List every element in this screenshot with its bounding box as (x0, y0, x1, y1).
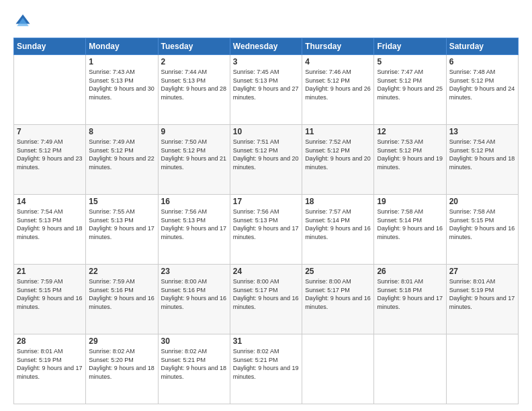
day-info: Sunrise: 8:02 AMSunset: 5:21 PMDaylight:… (161, 347, 227, 381)
day-info: Sunrise: 7:54 AMSunset: 5:13 PMDaylight:… (17, 208, 83, 241)
header (13, 12, 519, 31)
day-header-wednesday: Wednesday (230, 38, 302, 55)
day-number: 17 (233, 197, 299, 206)
day-number: 3 (233, 57, 299, 66)
day-number: 4 (305, 57, 371, 66)
day-info: Sunrise: 7:53 AMSunset: 5:12 PMDaylight:… (377, 138, 443, 171)
day-number: 16 (161, 197, 227, 206)
day-info: Sunrise: 7:59 AMSunset: 5:16 PMDaylight:… (89, 277, 154, 311)
day-info: Sunrise: 8:00 AMSunset: 5:17 PMDaylight:… (305, 277, 371, 311)
calendar-cell (14, 55, 86, 125)
calendar-cell: 22Sunrise: 7:59 AMSunset: 5:16 PMDayligh… (86, 265, 158, 334)
calendar-cell: 27Sunrise: 8:01 AMSunset: 5:19 PMDayligh… (446, 265, 518, 334)
day-number: 28 (17, 336, 83, 346)
day-info: Sunrise: 8:02 AMSunset: 5:21 PMDaylight:… (233, 347, 299, 381)
day-info: Sunrise: 7:52 AMSunset: 5:12 PMDaylight:… (305, 138, 371, 171)
calendar-cell: 17Sunrise: 7:56 AMSunset: 5:13 PMDayligh… (230, 195, 302, 265)
calendar-cell: 2Sunrise: 7:44 AMSunset: 5:13 PMDaylight… (158, 55, 230, 125)
day-number: 5 (377, 57, 443, 66)
day-number: 8 (89, 127, 154, 136)
calendar-week-row: 7Sunrise: 7:49 AMSunset: 5:12 PMDaylight… (14, 125, 519, 195)
day-info: Sunrise: 8:00 AMSunset: 5:16 PMDaylight:… (161, 277, 227, 311)
calendar-cell: 19Sunrise: 7:58 AMSunset: 5:14 PMDayligh… (374, 195, 446, 265)
day-info: Sunrise: 7:49 AMSunset: 5:12 PMDaylight:… (89, 138, 154, 171)
day-info: Sunrise: 7:50 AMSunset: 5:12 PMDaylight:… (161, 138, 227, 171)
day-header-tuesday: Tuesday (158, 38, 230, 55)
day-info: Sunrise: 8:01 AMSunset: 5:18 PMDaylight:… (377, 277, 443, 311)
calendar-cell: 12Sunrise: 7:53 AMSunset: 5:12 PMDayligh… (374, 125, 446, 195)
calendar-cell: 29Sunrise: 8:02 AMSunset: 5:20 PMDayligh… (86, 334, 158, 404)
day-info: Sunrise: 7:56 AMSunset: 5:13 PMDaylight:… (233, 208, 299, 241)
calendar-cell: 1Sunrise: 7:43 AMSunset: 5:13 PMDaylight… (86, 55, 158, 125)
day-number: 30 (161, 336, 227, 346)
calendar-cell: 28Sunrise: 8:01 AMSunset: 5:19 PMDayligh… (14, 334, 86, 404)
day-number: 29 (89, 336, 154, 346)
day-info: Sunrise: 8:01 AMSunset: 5:19 PMDaylight:… (449, 277, 515, 311)
day-number: 27 (449, 267, 515, 276)
day-number: 2 (161, 57, 227, 66)
day-number: 20 (449, 197, 515, 206)
day-number: 21 (17, 267, 83, 276)
day-number: 10 (233, 127, 299, 136)
day-number: 19 (377, 197, 443, 206)
day-number: 15 (89, 197, 154, 206)
calendar-cell: 21Sunrise: 7:59 AMSunset: 5:15 PMDayligh… (14, 265, 86, 334)
day-info: Sunrise: 7:43 AMSunset: 5:13 PMDaylight:… (89, 68, 154, 101)
calendar-cell: 23Sunrise: 8:00 AMSunset: 5:16 PMDayligh… (158, 265, 230, 334)
calendar-cell: 6Sunrise: 7:48 AMSunset: 5:12 PMDaylight… (446, 55, 518, 125)
day-header-saturday: Saturday (446, 38, 518, 55)
day-info: Sunrise: 7:56 AMSunset: 5:13 PMDaylight:… (161, 208, 227, 241)
calendar-cell: 16Sunrise: 7:56 AMSunset: 5:13 PMDayligh… (158, 195, 230, 265)
calendar-table: SundayMondayTuesdayWednesdayThursdayFrid… (13, 38, 519, 404)
calendar-week-row: 14Sunrise: 7:54 AMSunset: 5:13 PMDayligh… (14, 195, 519, 265)
day-number: 22 (89, 267, 154, 276)
day-info: Sunrise: 7:44 AMSunset: 5:13 PMDaylight:… (161, 68, 227, 101)
day-number: 7 (17, 127, 83, 136)
day-number: 1 (89, 57, 154, 66)
logo (13, 12, 35, 31)
day-info: Sunrise: 7:57 AMSunset: 5:14 PMDaylight:… (305, 208, 371, 241)
calendar-cell: 20Sunrise: 7:58 AMSunset: 5:15 PMDayligh… (446, 195, 518, 265)
calendar-cell: 9Sunrise: 7:50 AMSunset: 5:12 PMDaylight… (158, 125, 230, 195)
calendar-cell: 11Sunrise: 7:52 AMSunset: 5:12 PMDayligh… (302, 125, 374, 195)
day-number: 14 (17, 197, 83, 206)
calendar-cell (302, 334, 374, 404)
calendar-cell: 14Sunrise: 7:54 AMSunset: 5:13 PMDayligh… (14, 195, 86, 265)
calendar-cell: 5Sunrise: 7:47 AMSunset: 5:12 PMDaylight… (374, 55, 446, 125)
day-info: Sunrise: 7:55 AMSunset: 5:13 PMDaylight:… (89, 208, 154, 241)
day-number: 24 (233, 267, 299, 276)
calendar-cell: 15Sunrise: 7:55 AMSunset: 5:13 PMDayligh… (86, 195, 158, 265)
day-number: 9 (161, 127, 227, 136)
day-info: Sunrise: 7:58 AMSunset: 5:15 PMDaylight:… (449, 208, 515, 241)
day-info: Sunrise: 7:47 AMSunset: 5:12 PMDaylight:… (377, 68, 443, 101)
day-info: Sunrise: 7:46 AMSunset: 5:12 PMDaylight:… (305, 68, 371, 101)
day-header-friday: Friday (374, 38, 446, 55)
calendar-cell: 13Sunrise: 7:54 AMSunset: 5:12 PMDayligh… (446, 125, 518, 195)
day-info: Sunrise: 7:48 AMSunset: 5:12 PMDaylight:… (449, 68, 515, 101)
calendar-cell (374, 334, 446, 404)
day-number: 12 (377, 127, 443, 136)
calendar-cell: 3Sunrise: 7:45 AMSunset: 5:13 PMDaylight… (230, 55, 302, 125)
calendar-cell: 4Sunrise: 7:46 AMSunset: 5:12 PMDaylight… (302, 55, 374, 125)
day-info: Sunrise: 7:54 AMSunset: 5:12 PMDaylight:… (449, 138, 515, 171)
calendar-cell: 8Sunrise: 7:49 AMSunset: 5:12 PMDaylight… (86, 125, 158, 195)
calendar-cell: 18Sunrise: 7:57 AMSunset: 5:14 PMDayligh… (302, 195, 374, 265)
calendar-week-row: 21Sunrise: 7:59 AMSunset: 5:15 PMDayligh… (14, 265, 519, 334)
day-number: 26 (377, 267, 443, 276)
day-number: 31 (233, 336, 299, 346)
day-info: Sunrise: 7:59 AMSunset: 5:15 PMDaylight:… (17, 277, 83, 311)
day-info: Sunrise: 8:00 AMSunset: 5:17 PMDaylight:… (233, 277, 299, 311)
day-info: Sunrise: 7:49 AMSunset: 5:12 PMDaylight:… (17, 138, 83, 171)
day-info: Sunrise: 7:45 AMSunset: 5:13 PMDaylight:… (233, 68, 299, 101)
calendar-week-row: 1Sunrise: 7:43 AMSunset: 5:13 PMDaylight… (14, 55, 519, 125)
day-number: 18 (305, 197, 371, 206)
day-number: 23 (161, 267, 227, 276)
day-number: 11 (305, 127, 371, 136)
calendar-cell: 7Sunrise: 7:49 AMSunset: 5:12 PMDaylight… (14, 125, 86, 195)
page: SundayMondayTuesdayWednesdayThursdayFrid… (0, 0, 532, 411)
calendar-header-row: SundayMondayTuesdayWednesdayThursdayFrid… (14, 38, 519, 55)
day-info: Sunrise: 8:02 AMSunset: 5:20 PMDaylight:… (89, 347, 154, 381)
calendar-cell (446, 334, 518, 404)
calendar-cell: 30Sunrise: 8:02 AMSunset: 5:21 PMDayligh… (158, 334, 230, 404)
day-info: Sunrise: 8:01 AMSunset: 5:19 PMDaylight:… (17, 347, 83, 381)
